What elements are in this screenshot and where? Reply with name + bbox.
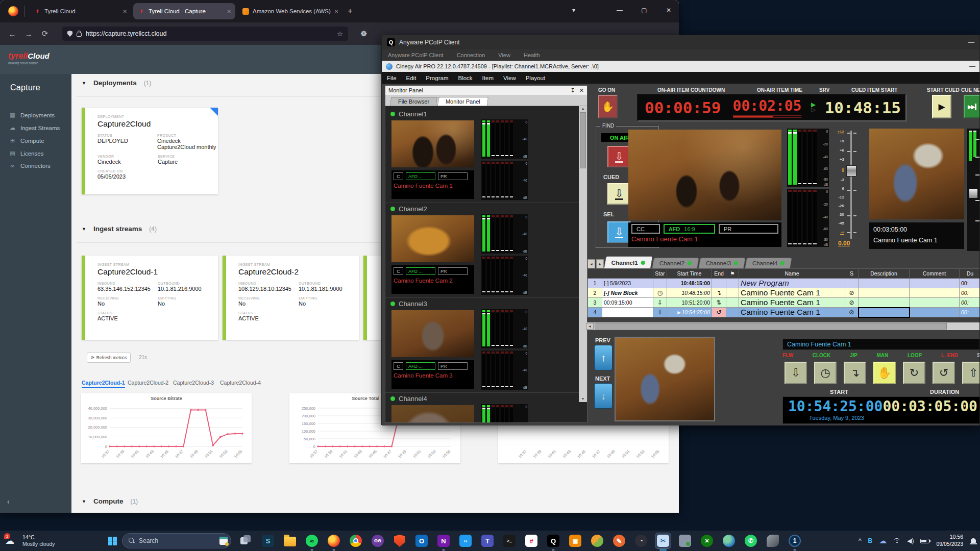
description-cell-focused[interactable] bbox=[859, 308, 910, 317]
taskbar-icon-anyware[interactable]: Q bbox=[546, 533, 561, 548]
scrollbar-thumb[interactable] bbox=[580, 112, 586, 168]
go-on-button[interactable]: ✋ bbox=[598, 95, 618, 118]
tyrellcloud-logo[interactable]: tyrellCloud making cloud simple bbox=[8, 52, 50, 65]
channel4-monitor[interactable]: Channel4 0-40dB bbox=[385, 393, 587, 422]
bluetooth-icon[interactable]: B bbox=[868, 537, 873, 544]
start-cued-button[interactable]: ▶ bbox=[932, 95, 951, 118]
tab-aws[interactable]: ■ Amazon Web Services (AWS) ✕ bbox=[237, 3, 342, 19]
taskbar-icon-s-app[interactable]: S bbox=[260, 533, 276, 548]
volume-icon[interactable]: ◀) bbox=[907, 537, 914, 544]
taskbar-icon-spotify[interactable]: ≈ bbox=[304, 533, 320, 548]
menu-view[interactable]: View bbox=[503, 75, 516, 81]
col-s[interactable]: S bbox=[845, 269, 859, 279]
sidebar-item-connectors[interactable]: ∞Connectors bbox=[0, 160, 71, 172]
taskbar-icon-file-explorer[interactable] bbox=[282, 533, 298, 548]
taskbar-icon-onenote[interactable]: N bbox=[436, 533, 451, 548]
prev-button[interactable]: ↑ bbox=[594, 345, 612, 370]
menu-program[interactable]: Program bbox=[426, 75, 448, 81]
browser-maximize-button[interactable]: ▢ bbox=[634, 0, 654, 20]
ingest-section-header[interactable]: ▼ Ingest streams (4) bbox=[82, 225, 157, 233]
deployments-section-header[interactable]: ▼ Deployments (1) bbox=[82, 79, 151, 87]
loop-mode-button[interactable]: ↻ bbox=[903, 362, 925, 384]
flag-loop[interactable]: LOOP bbox=[908, 353, 922, 358]
reload-button[interactable]: ⟳ bbox=[37, 29, 53, 38]
taskbar-icon-pen-app[interactable]: ✎ bbox=[611, 533, 627, 548]
taskbar-icon-teams[interactable]: T bbox=[480, 533, 495, 548]
cue-next-button[interactable]: ▶▶ bbox=[964, 95, 979, 118]
col-start-time[interactable]: Start Time bbox=[667, 269, 712, 279]
sidebar-item-licenses[interactable]: ▤Licenses bbox=[0, 147, 71, 160]
taskbar-icon-outlook[interactable]: O bbox=[414, 533, 429, 548]
next-button[interactable]: ↓ bbox=[594, 383, 612, 409]
channel3-monitor[interactable]: Channel3 C AFD ... PR Camino Fuente Cam … bbox=[385, 298, 587, 393]
edge-fader-handle[interactable] bbox=[969, 189, 977, 198]
col-flag[interactable]: ⚑ bbox=[726, 269, 739, 279]
cinegy-title-bar[interactable]: Cinegy Air PRO 22.12.0.4787.24509 - [Pla… bbox=[382, 61, 979, 72]
browser-minimize-button[interactable]: — bbox=[609, 0, 630, 20]
url-bar[interactable]: https://capture.tyrellcct.cloud ☆ bbox=[62, 27, 348, 41]
menu-playout[interactable]: Playout bbox=[526, 75, 545, 81]
tab-channel2[interactable]: Channel2 bbox=[652, 258, 699, 268]
fader-rail[interactable] bbox=[850, 131, 852, 239]
taskbar-icon-gitkraken[interactable]: ʘʘ bbox=[370, 533, 385, 548]
up-mode-button[interactable]: ⇧ bbox=[962, 362, 979, 384]
tab-channel3[interactable]: Channel3 bbox=[698, 258, 746, 268]
taskbar-icon-obs[interactable]: ◔ bbox=[633, 533, 649, 548]
tab-file-browser[interactable]: File Browser bbox=[390, 97, 438, 106]
jip-mode-button[interactable]: ↴ bbox=[844, 362, 866, 384]
tray-chevron-icon[interactable]: ^ bbox=[859, 537, 862, 544]
pin-icon[interactable]: ↧ bbox=[571, 87, 575, 94]
tab-tyrell-cloud-capture[interactable]: t Tyrell Cloud - Capture ✕ bbox=[133, 3, 235, 19]
taskbar-search[interactable]: Search bbox=[122, 533, 231, 548]
sidebar-item-ingest-streams[interactable]: ☁Ingest Streams bbox=[0, 121, 71, 134]
taskbar-icon-vscode[interactable]: ‹› bbox=[458, 533, 473, 548]
sidebar-collapse-button[interactable]: ‹ bbox=[7, 497, 10, 506]
url-text[interactable]: https://capture.tyrellcct.cloud bbox=[86, 30, 333, 37]
taskbar-icon-1password[interactable]: 1 bbox=[787, 533, 802, 548]
playlist-row-program[interactable]: 1 [-] 5/9/2023 10:48:15:00 New Program 0… bbox=[588, 279, 980, 288]
wifi-icon[interactable] bbox=[893, 538, 900, 544]
flag-l-end[interactable]: L. END bbox=[941, 353, 958, 358]
col-duration[interactable]: Du bbox=[960, 269, 980, 279]
playlist-row-2[interactable]: 3 00:09:15:00 ⇩ 10:51:20:00 ⇅ Camino Fue… bbox=[588, 298, 980, 308]
taskbar-icon-firefox[interactable] bbox=[326, 533, 341, 548]
monitor-scrollbar[interactable]: ▴ ▾ bbox=[579, 106, 587, 402]
flag-s[interactable]: S bbox=[977, 353, 979, 358]
taskbar-icon-terminal[interactable]: >_ bbox=[502, 533, 517, 548]
lock-icon[interactable] bbox=[77, 33, 82, 37]
col-star[interactable]: Star bbox=[653, 269, 667, 279]
taskbar-icon-drawio[interactable]: ▣ bbox=[568, 533, 583, 548]
tab-close-icon[interactable]: ✕ bbox=[227, 9, 231, 14]
gear-icon[interactable]: ☸ bbox=[360, 29, 367, 38]
taskbar-icon-feather-app[interactable] bbox=[765, 533, 780, 548]
playlist-h-scrollbar[interactable]: ◂ bbox=[586, 322, 979, 330]
find-sel-button[interactable]: ⇩ bbox=[607, 221, 631, 243]
playlist-row-1[interactable]: 2 [-] New Block ◷ 10:48:15:00 ↴ Camino F… bbox=[588, 288, 980, 298]
taskbar-icon-vm[interactable] bbox=[677, 533, 693, 548]
taskbar-icon-xbox[interactable]: ✕ bbox=[699, 533, 715, 548]
tabs-scroll-right[interactable]: ▸ bbox=[596, 259, 604, 268]
menu-view[interactable]: View bbox=[498, 52, 510, 58]
onedrive-icon[interactable]: ☁ bbox=[879, 536, 887, 545]
find-on-air-button[interactable]: ⇩ bbox=[607, 146, 631, 167]
taskbar-icon-brave[interactable] bbox=[392, 533, 407, 548]
tab-close-icon[interactable]: ✕ bbox=[334, 9, 338, 14]
browser-close-button[interactable]: ✕ bbox=[658, 0, 679, 20]
scroll-down-icon[interactable]: ▾ bbox=[582, 396, 584, 401]
flag-man[interactable]: MAN bbox=[877, 353, 889, 358]
taskbar-icon-task-view[interactable] bbox=[238, 533, 254, 548]
list-tabs-icon[interactable]: ▾ bbox=[564, 0, 584, 20]
channel1-monitor[interactable]: Channel1 C AFD ... PR Camino Fuente Cam … bbox=[385, 108, 587, 203]
clock-mode-button[interactable]: ◷ bbox=[814, 362, 837, 384]
taskbar-icon-earth-clock[interactable] bbox=[721, 533, 737, 548]
manual-mode-button[interactable]: ✋ bbox=[873, 362, 896, 384]
compute-section-header[interactable]: ▼ Compute (1) bbox=[82, 497, 138, 505]
col-comment[interactable]: Comment bbox=[910, 269, 960, 279]
forward-button[interactable]: → bbox=[20, 30, 37, 38]
taskbar-icon-chrome[interactable] bbox=[348, 533, 363, 548]
menu-health[interactable]: Health bbox=[524, 52, 540, 58]
ingest-card-1[interactable]: INGEST STREAM Capture2Cloud-1 INBOUND63.… bbox=[82, 256, 218, 340]
start-button[interactable] bbox=[108, 537, 117, 545]
scrollbar-thumb[interactable] bbox=[595, 323, 947, 330]
col-end[interactable]: End bbox=[712, 269, 726, 279]
